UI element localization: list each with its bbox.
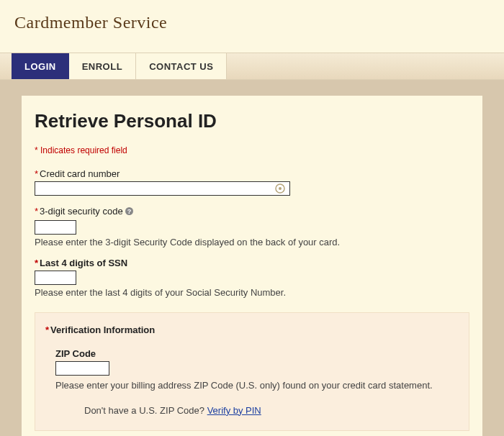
svg-text:?: ? — [127, 207, 131, 214]
nav-bar: LOGIN ENROLL CONTACT US — [0, 53, 504, 80]
zip-help-text: Please enter your billing address ZIP Co… — [55, 380, 459, 391]
required-field-note: * Indicates required field — [35, 145, 469, 155]
help-icon[interactable]: ? — [125, 206, 134, 218]
verification-section: *Verification Information ZIP Code Pleas… — [35, 312, 469, 431]
tab-enroll[interactable]: ENROLL — [69, 53, 136, 79]
credit-card-input[interactable] — [35, 181, 290, 196]
ssn-label: *Last 4 digits of SSN — [35, 258, 469, 268]
form-panel: Retrieve Personal ID * Indicates require… — [22, 96, 482, 436]
keychain-icon — [274, 183, 286, 194]
verification-title: *Verification Information — [45, 324, 459, 335]
ssn-help-text: Please enter the last 4 digits of your S… — [35, 287, 469, 298]
pin-alternative: Don't have a U.S. ZIP Code? Verify by PI… — [84, 405, 459, 416]
ssn-input[interactable] — [35, 271, 76, 285]
cvv-label: *3-digit security code? — [35, 206, 469, 218]
cvv-help-text: Please enter the 3-digit Security Code d… — [35, 237, 469, 247]
security-code-input[interactable] — [35, 220, 76, 235]
tab-contact-us[interactable]: CONTACT US — [136, 53, 227, 79]
zip-input[interactable] — [55, 361, 109, 376]
page-title: Retrieve Personal ID — [35, 110, 469, 132]
svg-point-1 — [279, 187, 282, 190]
tab-login[interactable]: LOGIN — [12, 53, 69, 79]
brand-title: Cardmember Service — [14, 13, 490, 32]
cc-label: *Credit card number — [35, 168, 469, 179]
verify-by-pin-link[interactable]: Verify by PIN — [207, 405, 261, 416]
zip-label: ZIP Code — [55, 348, 459, 359]
